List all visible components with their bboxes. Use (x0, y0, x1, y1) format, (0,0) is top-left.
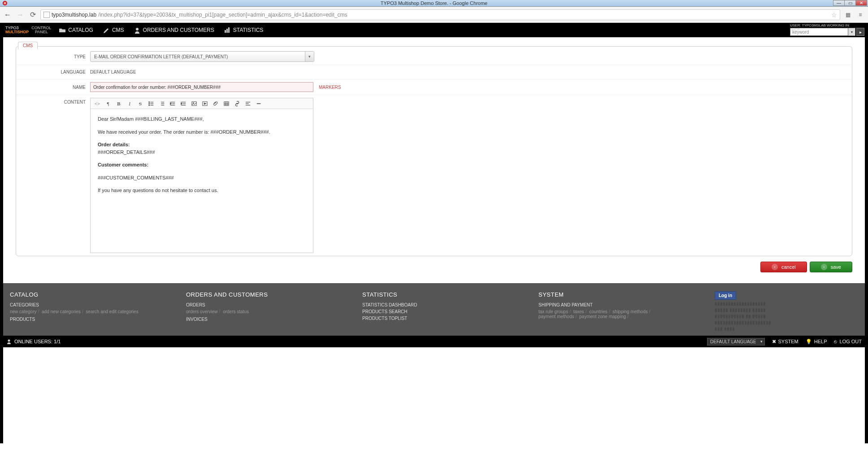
footer-heading: CATALOG (10, 291, 177, 298)
link-icon[interactable] (232, 100, 242, 108)
align-icon[interactable] (243, 100, 253, 108)
svg-point-4 (149, 101, 150, 102)
help-button[interactable]: 💡 HELP (806, 339, 827, 345)
menu-icon[interactable]: ≡ (855, 10, 865, 20)
unordered-list-icon[interactable] (146, 100, 156, 108)
markers-link[interactable]: MARKERS (319, 85, 341, 90)
menu-orders[interactable]: ORDERS AND CUSTOMERS (134, 27, 214, 33)
footer-link[interactable]: orders status (223, 309, 249, 314)
footer-link[interactable]: STATISTICS DASHBOARD (362, 302, 529, 307)
svg-point-6 (149, 103, 150, 104)
menu-statistics[interactable]: STATISTICS (224, 27, 264, 33)
footer-link[interactable]: shipping methods (612, 309, 647, 314)
footer-link[interactable]: orders overview (186, 309, 218, 314)
bookmark-star-icon[interactable]: ☆ (831, 11, 837, 18)
svg-point-8 (149, 105, 150, 105)
row-language: LANGUAGE DEFAULT LANGUAGE (16, 65, 852, 79)
menu-cms[interactable]: CMS (103, 27, 124, 33)
admin-topbar: TYPO3 MULTISHOP CONTROL PANEL CATALOG CM… (0, 23, 868, 37)
editor-line: If you have any questions do not hesitat… (98, 187, 306, 194)
folder-icon (59, 27, 65, 33)
editor-line: Customer comments: (98, 161, 306, 169)
back-button[interactable]: ← (3, 10, 13, 20)
footer-links: new category/ add new categories/ search… (10, 309, 177, 314)
footer-link[interactable]: search and edit categories (86, 309, 138, 314)
type-label: TYPE (21, 54, 90, 59)
footer-heading: ORDERS AND CUSTOMERS (186, 291, 353, 298)
code-view-icon[interactable]: <> (92, 100, 102, 108)
name-input[interactable] (90, 82, 313, 92)
language-select[interactable]: DEFAULT LANGUAGE (707, 338, 764, 346)
footer-link[interactable]: taxes (573, 309, 584, 314)
type-select[interactable]: E-MAIL ORDER CONFIRMATION LETTER (DEFAUL… (90, 51, 314, 62)
logout-button[interactable]: ⎋ LOG OUT (834, 339, 862, 344)
outdent-icon[interactable] (168, 100, 178, 108)
footer-link[interactable]: add new categories (42, 309, 81, 314)
row-type: TYPE E-MAIL ORDER CONFIRMATION LETTER (D… (16, 48, 852, 65)
editor-line: Dear Sir/Madam ###BILLING_LAST_NAME###, (98, 115, 306, 123)
footer-link[interactable]: payment methods (538, 314, 574, 319)
footer-subheading[interactable]: ORDERS (186, 302, 353, 307)
browser-addressbar: ← → ⟳ typo3multishop.lab/index.php?id=37… (0, 7, 868, 23)
footer-subheading[interactable]: INVOICES (186, 317, 353, 322)
url-domain: typo3multishop.lab (52, 12, 96, 18)
footer-link[interactable]: tax rule groups (538, 309, 568, 314)
footer-link[interactable]: countries (589, 309, 608, 314)
italic-icon[interactable]: I (125, 100, 135, 108)
footer-link[interactable]: payment zone mapping (579, 314, 626, 319)
attachment-icon[interactable] (211, 100, 221, 108)
ordered-list-icon[interactable] (157, 100, 167, 108)
strikethrough-icon[interactable]: S (135, 100, 145, 108)
system-button[interactable]: ✖ SYSTEM (772, 339, 799, 345)
footer-links: tax rule groups/ taxes/ countries/ shipp… (538, 309, 706, 319)
reload-button[interactable]: ⟳ (28, 10, 38, 20)
footer-col-system: SYSTEM SHIPPING AND PAYMENT tax rule gro… (538, 291, 706, 332)
logout-icon: ⎋ (834, 339, 837, 344)
row-name: NAME MARKERS (16, 79, 852, 95)
name-label: NAME (21, 85, 90, 90)
save-button[interactable]: › save (810, 262, 852, 272)
chevron-left-icon: ‹ (772, 264, 778, 270)
minimize-window-button[interactable]: — (833, 0, 845, 6)
close-window-button[interactable]: ✕ (855, 0, 867, 6)
multishop-logo[interactable]: TYPO3 MULTISHOP CONTROL PANEL (5, 26, 51, 34)
bold-icon[interactable]: B (114, 100, 124, 108)
bulb-icon: 💡 (806, 339, 812, 345)
editor-line: ###CUSTOMER_COMMENTS### (98, 174, 306, 182)
footer-col-catalog: CATALOG CATEGORIES new category/ add new… (10, 291, 177, 332)
maximize-window-button[interactable]: ▭ (844, 0, 856, 6)
paragraph-icon[interactable]: ¶ (103, 100, 113, 108)
image-icon[interactable] (189, 100, 199, 108)
close-icon: ✖ (772, 339, 776, 345)
svg-point-31 (8, 340, 10, 342)
video-icon[interactable] (200, 100, 210, 108)
indent-icon[interactable] (178, 100, 188, 108)
svg-rect-22 (224, 101, 229, 105)
footer-subheading[interactable]: SHIPPING AND PAYMENT (538, 302, 706, 307)
facebook-login-button[interactable]: Log in (715, 291, 736, 300)
footer-right: Log in ▮▮▮▮▮▮▮▮▮▮▮▮▮▮▮▮▮▮▮▮▮▮▮▮ ▮▮▮▮▮▮▮▮… (715, 291, 858, 332)
type-select-value: E-MAIL ORDER CONFIRMATION LETTER (DEFAUL… (94, 54, 228, 59)
online-users-label: ONLINE USERS: 1/1 (14, 339, 61, 344)
pencil-icon (103, 27, 109, 33)
user-icon (6, 339, 12, 344)
url-input[interactable]: typo3multishop.lab/index.php?id=37&type=… (40, 9, 840, 20)
table-icon[interactable] (221, 100, 231, 108)
cancel-button[interactable]: ‹ cancel (760, 262, 807, 272)
horizontal-rule-icon[interactable] (254, 100, 264, 108)
panel-tab-cms[interactable]: CMS (18, 42, 38, 49)
footer-link[interactable]: PRODUCTS TOPLIST (362, 316, 529, 321)
footer-link[interactable]: new category (10, 309, 36, 314)
url-path: /index.php?id=37&type=2003&tx_multishop_… (98, 12, 347, 18)
extension-icon[interactable]: ▦ (843, 10, 853, 20)
editor-content[interactable]: Dear Sir/Madam ###BILLING_LAST_NAME###, … (91, 109, 313, 253)
footer-subheading[interactable]: PRODUCTS (10, 317, 177, 322)
language-label: LANGUAGE (21, 70, 90, 74)
menu-catalog[interactable]: CATALOG (59, 27, 93, 33)
bottombar: ONLINE USERS: 1/1 DEFAULT LANGUAGE ✖ SYS… (0, 336, 868, 347)
footer-link[interactable]: PRODUCTS SEARCH (362, 309, 529, 314)
page-icon (43, 12, 50, 18)
footer-subheading[interactable]: CATEGORIES (10, 302, 177, 307)
forward-button[interactable]: → (15, 10, 25, 20)
window-title: TYPO3 Multishop Demo Store. - Google Chr… (381, 0, 487, 6)
